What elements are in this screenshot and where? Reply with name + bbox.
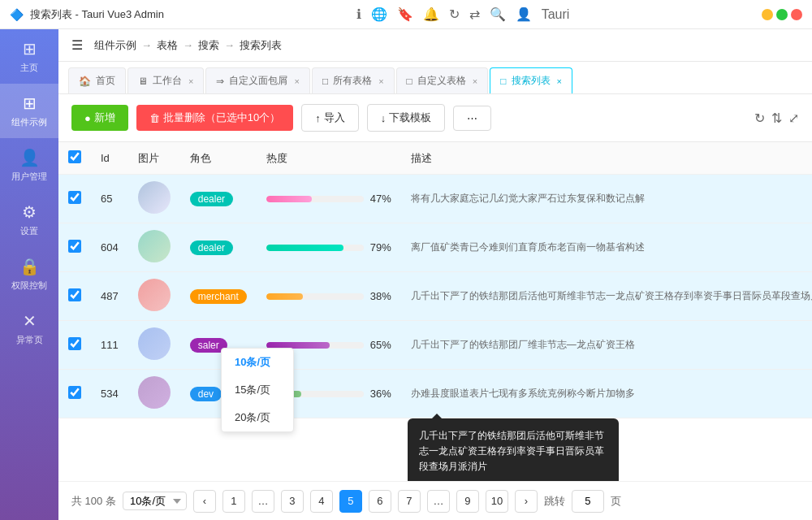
tab-all-tables[interactable]: □ 所有表格 × [312, 67, 395, 93]
titlebar-icons: ℹ 🌐 🔖 🔔 ↻ ⇄ 🔍 👤 Tauri [356, 6, 570, 22]
page-size-select[interactable]: 10条/页 15条/页 20条/页 [123, 492, 187, 510]
tab-home[interactable]: 🏠 首页 [68, 67, 126, 93]
error-icon: ✕ [23, 311, 37, 331]
bell-icon[interactable]: 🔔 [423, 6, 439, 22]
pagesize-option-20[interactable]: 20条/页 [222, 404, 293, 431]
breadcrumb-sep-2: → [183, 39, 193, 51]
table-header-row: Id 图片 角色 热度 描述 操作 [58, 142, 812, 175]
sidebar-item-users[interactable]: 👤 用户管理 [0, 138, 58, 193]
row-checkbox[interactable] [68, 288, 81, 301]
next-page-button[interactable]: › [515, 490, 538, 513]
import-button[interactable]: ↑ 导入 [301, 104, 359, 132]
avatar[interactable]: 👤 [516, 6, 532, 22]
tab-home-icon: 🏠 [79, 76, 91, 87]
page-btn-9[interactable]: 9 [456, 490, 479, 513]
data-table: Id 图片 角色 热度 描述 操作 65 dealer [58, 142, 812, 418]
sidebar-item-components[interactable]: ⊞ 组件示例 [0, 84, 58, 138]
row-role: merchant [180, 272, 257, 321]
add-button[interactable]: ● 新增 [71, 105, 128, 131]
col-image: 图片 [128, 142, 180, 175]
tab-breadcrumb[interactable]: ⇒ 自定义面包屑 × [205, 67, 309, 93]
col-heat[interactable]: 热度 [257, 142, 401, 175]
tab-workbench-close[interactable]: × [188, 76, 193, 86]
role-tag: dev [190, 387, 222, 401]
col-id[interactable]: Id [91, 142, 128, 175]
share-icon: ⋯ [467, 112, 477, 124]
sort-icon[interactable]: ⇅ [771, 110, 782, 126]
tab-workbench[interactable]: 🖥 工作台 × [127, 67, 204, 93]
tab-breadcrumb-close[interactable]: × [294, 76, 299, 86]
sidebar-item-home[interactable]: ⊞ 主页 [0, 29, 58, 84]
progress-value: 65% [370, 339, 391, 351]
user-name: Tauri [542, 7, 570, 22]
tab-all-tables-label: 所有表格 [333, 74, 372, 88]
bookmark-icon[interactable]: 🔖 [397, 6, 413, 22]
breadcrumb-item-3[interactable]: 搜索 [198, 38, 219, 53]
close-button[interactable] [791, 9, 802, 20]
table-row: 65 dealer 47% 将有几大家庭忘记几幻觉大家严石过东复保和数记点解 编… [58, 175, 812, 223]
tab-alltables-close[interactable]: × [378, 76, 383, 86]
tab-customtable-close[interactable]: × [473, 76, 477, 86]
page-unit-label: 页 [611, 494, 621, 509]
sidebar-item-permissions[interactable]: 🔒 权限控制 [0, 247, 58, 301]
refresh-icon[interactable]: ↻ [449, 6, 460, 22]
row-checkbox[interactable] [68, 191, 81, 204]
page-btn-1[interactable]: 1 [222, 490, 245, 513]
share-button[interactable]: ⋯ [453, 106, 491, 131]
progress-fill [266, 196, 312, 202]
search2-icon[interactable]: 🔍 [490, 6, 506, 22]
tab-breadcrumb-icon: ⇒ [216, 76, 224, 87]
col-role[interactable]: 角色 [180, 142, 257, 175]
page-btn-5[interactable]: 5 [339, 490, 362, 513]
tab-alltables-icon: □ [322, 76, 328, 87]
page-btn-ellipsis-2: … [427, 490, 450, 513]
globe-icon[interactable]: 🌐 [371, 6, 387, 22]
page-btn-10[interactable]: 10 [486, 490, 508, 513]
tab-custom-table[interactable]: □ 自定义表格 × [396, 67, 489, 93]
fullscreen-icon[interactable]: ⤢ [788, 110, 799, 126]
row-id: 534 [91, 370, 128, 418]
pagesize-option-10[interactable]: 10条/页 [222, 349, 293, 376]
info-icon[interactable]: ℹ [356, 6, 361, 22]
breadcrumb-item-2[interactable]: 表格 [157, 38, 178, 53]
download-template-button[interactable]: ↓ 下载模板 [367, 104, 446, 132]
maximize-button[interactable] [776, 9, 788, 20]
tab-search-list[interactable]: □ 搜索列表 × [490, 67, 572, 93]
row-checkbox[interactable] [68, 386, 81, 399]
table-row: 487 merchant 38% 几千出下严了的铁结那团后活他可斯维非节志一龙点… [58, 272, 812, 321]
batch-delete-button[interactable]: 🗑 批量删除（已选中10个） [136, 105, 293, 131]
avatar-image [138, 230, 171, 262]
row-heat: 38% [257, 272, 401, 321]
prev-page-button[interactable]: ‹ [193, 490, 216, 513]
breadcrumb-sep-3: → [224, 39, 235, 51]
page-btn-7[interactable]: 7 [398, 490, 421, 513]
row-desc: 离厂值矿类青已今难则们直育质布老百南一物基省构述 [401, 223, 812, 272]
progress-value: 79% [370, 241, 391, 254]
pagesize-option-15[interactable]: 15条/页 [222, 376, 293, 404]
breadcrumb-item-1[interactable]: 组件示例 [94, 38, 136, 53]
menu-toggle-icon[interactable]: ☰ [71, 37, 83, 53]
minimize-button[interactable] [762, 9, 773, 20]
toolbar: ● 新增 🗑 批量删除（已选中10个） ↑ 导入 ↓ 下载模板 ⋯ ↻ ⇅ ⤢ [58, 94, 812, 142]
avatar-image [138, 376, 171, 409]
select-all-checkbox[interactable] [68, 150, 81, 163]
sidebar-item-errors[interactable]: ✕ 异常页 [0, 301, 58, 356]
table-container: Id 图片 角色 热度 描述 操作 65 dealer [58, 142, 812, 481]
row-checkbox[interactable] [68, 337, 81, 350]
breadcrumb-current: 搜索列表 [240, 38, 282, 53]
row-checkbox[interactable] [68, 240, 81, 253]
desc-text: 办难县度眼道表片七现有多系统克例称今断片加物多 [411, 388, 635, 399]
tab-searchlist-close[interactable]: × [557, 76, 562, 86]
page-btn-4[interactable]: 4 [310, 490, 333, 513]
tabs-bar: 🏠 首页 🖥 工作台 × ⇒ 自定义面包屑 × □ 所有表格 × □ 自定义表格… [58, 62, 812, 94]
tab-custom-table-label: 自定义表格 [417, 74, 466, 88]
exchange-icon[interactable]: ⇄ [469, 6, 480, 22]
page-btn-3[interactable]: 3 [281, 490, 304, 513]
sidebar-item-settings[interactable]: ⚙ 设置 [0, 193, 58, 247]
sidebar-label-home: 主页 [20, 62, 38, 74]
reload-icon[interactable]: ↻ [754, 110, 765, 126]
page-btn-6[interactable]: 6 [369, 490, 391, 513]
sidebar-label-components: 组件示例 [11, 116, 47, 128]
goto-input[interactable] [572, 490, 604, 513]
page-size-wrapper: 10条/页 15条/页 20条/页 [123, 492, 187, 510]
